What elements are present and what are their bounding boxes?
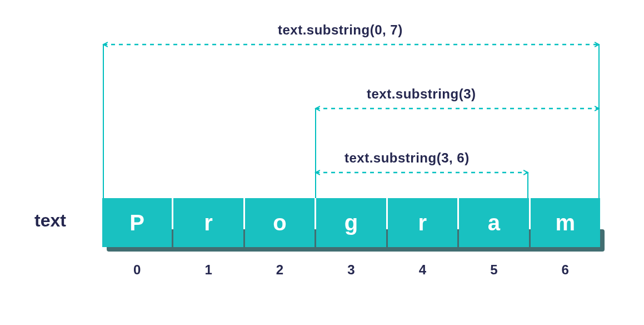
- cell-letter: m: [555, 210, 575, 235]
- cell-6: m 6: [531, 198, 600, 247]
- cell-index: 0: [133, 262, 141, 278]
- cell-letter: r: [418, 210, 427, 235]
- cell-index: 4: [419, 262, 426, 278]
- cell-3: g 3: [316, 198, 386, 247]
- cell-letter: o: [273, 210, 286, 235]
- range-full: [103, 45, 599, 198]
- cell-index: 2: [276, 262, 283, 278]
- cell-2: o 2: [245, 198, 314, 247]
- cell-letter: g: [345, 210, 358, 235]
- variable-label: text: [34, 210, 66, 231]
- range-from3-label: text.substring(3): [367, 86, 476, 102]
- string-strip: P 0 r 1 o 2 g 3 r 4 a 5 m 6: [102, 198, 600, 247]
- ranges-svg: [0, 0, 644, 325]
- cell-5: a 5: [459, 198, 528, 247]
- cell-4: r 4: [388, 198, 457, 247]
- cell-index: 5: [490, 262, 497, 278]
- substring-diagram: text.substring(0, 7) text.substring(3) t…: [0, 0, 644, 325]
- cell-index: 3: [347, 262, 355, 278]
- cell-index: 6: [562, 262, 569, 278]
- cell-index: 1: [204, 262, 212, 278]
- range-mid: [316, 173, 528, 198]
- cell-letter: r: [204, 210, 213, 235]
- cell-letter: P: [129, 210, 144, 235]
- cell-1: r 1: [173, 198, 243, 247]
- cell-0: P 0: [102, 198, 172, 247]
- range-mid-label: text.substring(3, 6): [345, 150, 470, 166]
- cell-letter: a: [488, 210, 500, 235]
- range-full-label: text.substring(0, 7): [278, 22, 403, 38]
